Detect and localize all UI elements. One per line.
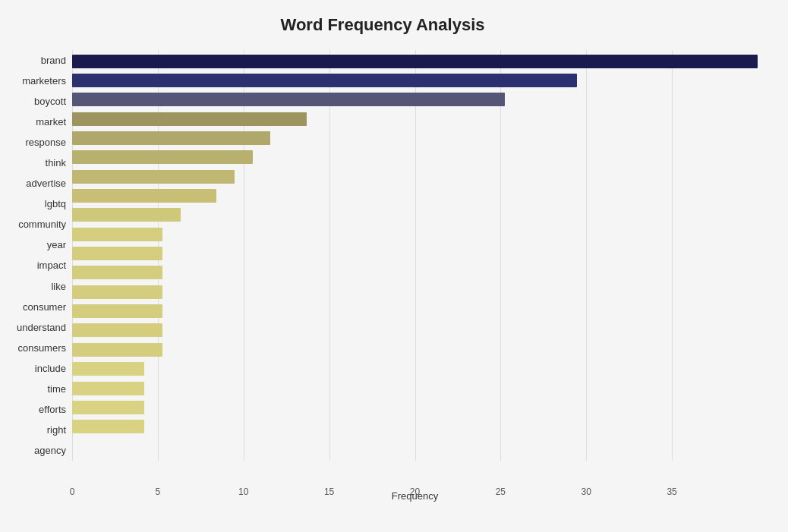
y-label: response	[26, 137, 66, 147]
bar	[72, 420, 144, 433]
y-label: time	[47, 384, 66, 394]
y-label: efforts	[39, 405, 66, 414]
bar-row	[72, 245, 758, 262]
bar	[72, 362, 144, 376]
bars-wrapper	[72, 50, 758, 438]
bar-row	[72, 72, 758, 89]
bar	[72, 55, 758, 68]
bar-row	[72, 360, 758, 377]
bar	[72, 74, 577, 87]
bar-row	[72, 380, 758, 397]
bar	[72, 189, 216, 203]
y-label: think	[46, 158, 66, 168]
bar	[72, 304, 162, 318]
y-label: lgbtq	[45, 199, 66, 209]
y-label: boycott	[34, 96, 66, 106]
bar	[72, 401, 144, 414]
bar-row	[72, 91, 758, 108]
y-label: consumers	[17, 343, 66, 353]
bar-row	[72, 226, 758, 243]
bar	[72, 112, 307, 126]
bar-row	[72, 303, 758, 320]
bar-row	[72, 206, 758, 223]
y-labels: brandmarketersboycottmarketresponsethink…	[8, 50, 72, 461]
chart-title: Word Frequency Analysis	[8, 15, 758, 35]
bar	[72, 285, 162, 299]
y-label: market	[36, 117, 66, 127]
bar-row	[72, 130, 758, 146]
bar-row	[72, 187, 758, 204]
chart-container: Word Frequency Analysis brandmarketersbo…	[0, 0, 788, 532]
bar	[72, 170, 235, 184]
bar	[72, 323, 162, 337]
y-label: advertise	[26, 178, 66, 188]
y-label: include	[35, 364, 66, 373]
bar-row	[72, 418, 758, 435]
bar	[72, 266, 162, 279]
y-label: impact	[37, 260, 66, 270]
y-label: community	[18, 219, 66, 229]
x-axis-label: Frequency	[392, 490, 438, 502]
y-label: consumer	[23, 302, 66, 312]
bar-row	[72, 53, 758, 70]
bar	[72, 382, 144, 395]
bar-row	[72, 111, 758, 127]
y-label: agency	[34, 445, 66, 455]
y-label: marketers	[22, 76, 66, 86]
bar	[72, 208, 181, 222]
bar-row	[72, 322, 758, 338]
y-label: brand	[41, 55, 66, 65]
bar	[72, 343, 162, 357]
bar	[72, 228, 162, 241]
bar-row	[72, 264, 758, 281]
y-label: year	[47, 240, 66, 250]
bar-row	[72, 284, 758, 301]
bar-row	[72, 168, 758, 185]
bar-row	[72, 149, 758, 165]
y-label: understand	[17, 323, 66, 332]
bar	[72, 131, 270, 145]
y-label: like	[51, 282, 66, 291]
chart-area: brandmarketersboycottmarketresponsethink…	[8, 50, 758, 461]
bar	[72, 247, 162, 260]
bar-row	[72, 399, 758, 416]
y-label: right	[47, 425, 66, 435]
bar-row	[72, 342, 758, 358]
bar	[72, 150, 253, 164]
bar	[72, 93, 505, 106]
x-axis-label-container: Frequency	[72, 489, 758, 502]
bars-and-grid: 05101520253035 Frequency	[72, 50, 758, 461]
